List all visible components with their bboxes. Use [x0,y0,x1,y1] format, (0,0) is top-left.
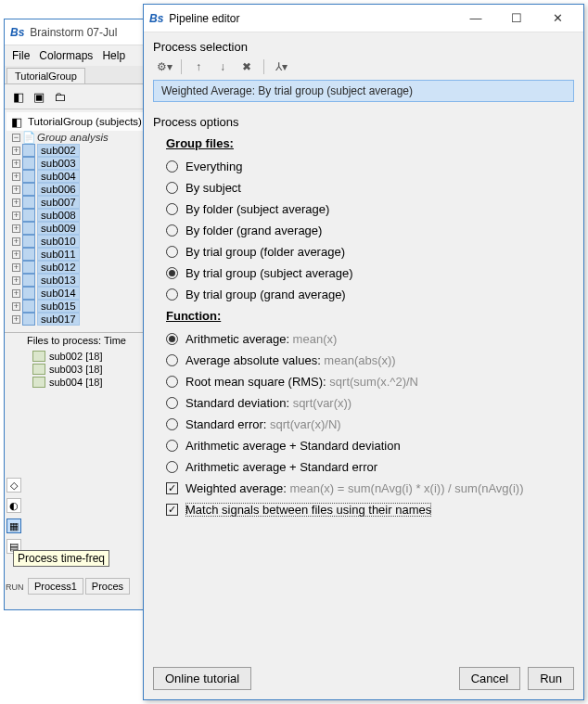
subject-label: sub006 [37,183,80,196]
pipeline-footer: Online tutorial Cancel Run [144,659,583,699]
run-button[interactable]: Run [528,667,574,690]
subject-icon [22,183,35,196]
expand-icon[interactable]: + [12,302,20,311]
subject-label: sub008 [37,209,80,222]
subject-label: sub010 [37,235,80,248]
group-files-option[interactable]: Everything [153,156,574,177]
radio-icon[interactable] [166,203,178,215]
subject-icon [22,300,35,313]
subject-label: sub007 [37,196,80,209]
expand-icon[interactable]: + [12,315,20,324]
subjects-icon[interactable]: ◧ [10,88,27,105]
radio-icon[interactable] [166,288,178,301]
radio-icon[interactable] [166,267,178,279]
process-type-toolbar: ◇ ◐ ▦ ▤ [5,474,23,557]
file-label: sub003 [18] [49,364,103,375]
expand-icon[interactable]: + [12,263,20,272]
timefreq-icon[interactable]: ▦ [6,518,21,533]
function-option[interactable]: Standard error: sqrt(var(x)/N) [153,414,574,435]
brainstorm-title: Brainstorm 07-Jul [30,26,117,39]
subject-icon [22,287,35,300]
pipeline-logo: Bs [149,12,163,25]
process-options-label: Process options [153,113,574,133]
expand-icon[interactable]: + [12,250,20,259]
radio-icon[interactable] [166,376,178,388]
group-files-option[interactable]: By folder (subject average) [153,198,574,220]
radio-icon[interactable] [166,440,178,452]
match-signals-checkbox-row[interactable]: Match signals between files using their … [153,499,574,520]
option-label: Average absolute values: [185,353,321,367]
db-folder-icon[interactable]: 🗀 [51,88,68,105]
radio-icon[interactable] [166,397,178,409]
weighted-average-checkbox-row[interactable]: Weighted average: mean(x) = sum(nAvg(i) … [153,478,574,499]
pipeline-icon[interactable]: ⅄▾ [274,59,288,74]
recordings-icon[interactable]: ◇ [6,478,21,493]
expand-icon[interactable]: + [12,198,20,207]
radio-icon[interactable] [166,461,178,473]
maximize-button[interactable]: ☐ [496,6,537,32]
weighted-average-checkbox[interactable] [166,482,178,494]
subject-icon [22,209,35,222]
menu-file[interactable]: File [10,47,32,64]
move-up-icon[interactable]: ↑ [191,59,206,74]
group-files-option[interactable]: By subject [153,177,574,198]
option-label: By trial group (grand average) [185,288,346,301]
expand-icon[interactable]: − [12,134,20,142]
radio-icon[interactable] [166,418,178,430]
expand-icon[interactable]: + [12,237,20,246]
gear-icon[interactable]: ⚙▾ [157,59,172,74]
menu-help[interactable]: Help [100,47,127,64]
option-hint: sqrt(var(x)) [289,396,352,410]
radio-icon[interactable] [166,354,178,366]
expand-icon[interactable]: + [12,224,20,233]
subject-label: sub015 [37,300,80,313]
online-tutorial-button[interactable]: Online tutorial [153,667,251,690]
run-label[interactable]: RUN [6,582,24,592]
function-option[interactable]: Standard deviation: sqrt(var(x)) [153,392,574,414]
subject-label: sub012 [37,261,80,274]
radio-icon[interactable] [166,246,178,258]
option-label: By trial group (subject average) [185,266,353,280]
function-option[interactable]: Average absolute values: mean(abs(x)) [153,350,574,371]
expand-icon[interactable]: + [12,276,20,285]
process-toolbar: ⚙▾ ↑ ↓ ✖ ⅄▾ [153,58,574,76]
database-icon[interactable]: ▣ [31,88,47,105]
option-label: Standard error: [185,417,266,431]
group-files-option[interactable]: By trial group (grand average) [153,284,574,305]
minimize-button[interactable]: — [455,6,496,32]
radio-icon[interactable] [166,182,178,194]
radio-icon[interactable] [166,160,178,173]
close-button[interactable]: ✕ [537,6,578,32]
group-files-option[interactable]: By trial group (folder average) [153,241,574,262]
subject-icon [22,144,35,157]
expand-icon[interactable]: + [12,186,20,194]
sources-icon[interactable]: ◐ [6,498,21,513]
delete-icon[interactable]: ✖ [239,59,254,74]
expand-icon[interactable]: + [12,173,20,181]
group-files-option[interactable]: By trial group (subject average) [153,262,574,284]
tab-tutorialgroup[interactable]: TutorialGroup [6,68,85,83]
radio-icon[interactable] [166,333,178,345]
cancel-button[interactable]: Cancel [459,667,520,690]
pipeline-titlebar[interactable]: Bs Pipeline editor — ☐ ✕ [144,5,583,32]
function-option[interactable]: Root mean square (RMS): sqrt(sum(x.^2)/N [153,371,574,392]
option-label: Root mean square (RMS): [185,375,326,389]
tab-process2[interactable]: Proces [85,578,130,595]
function-option[interactable]: Arithmetic average + Standard error [153,456,574,478]
tab-process1[interactable]: Process1 [28,578,83,595]
group-files-option[interactable]: By folder (grand average) [153,220,574,241]
radio-icon[interactable] [166,224,178,237]
function-option[interactable]: Arithmetic average + Standard deviation [153,435,574,456]
selected-process[interactable]: Weighted Average: By trial group (subjec… [153,80,574,102]
expand-icon[interactable]: + [12,211,20,220]
expand-icon[interactable]: + [12,289,20,298]
subject-icon [22,170,35,183]
match-signals-checkbox[interactable] [166,504,178,516]
expand-icon[interactable]: + [12,147,20,155]
menu-colormaps[interactable]: Colormaps [37,47,95,64]
tooltip-process-timefreq: Process time-freq [13,550,109,567]
function-option[interactable]: Arithmetic average: mean(x) [153,328,574,350]
move-down-icon[interactable]: ↓ [215,59,230,74]
expand-icon[interactable]: + [12,160,20,168]
option-label: Arithmetic average + Standard error [185,460,377,474]
